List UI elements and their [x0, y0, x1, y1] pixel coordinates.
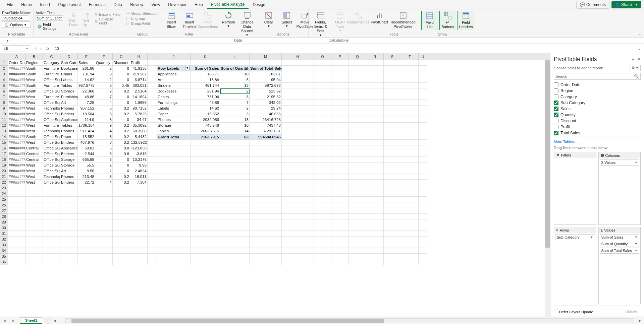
cell[interactable]: 0.2: [113, 123, 130, 128]
cell[interactable]: [60, 191, 78, 197]
cell[interactable]: [43, 202, 60, 208]
field-item[interactable]: Discount: [554, 118, 641, 124]
row-header[interactable]: 1: [0, 60, 8, 66]
cell[interactable]: West: [25, 111, 43, 117]
cell[interactable]: [25, 197, 43, 202]
cell[interactable]: [331, 117, 349, 123]
cell[interactable]: ########: [8, 151, 25, 157]
cell[interactable]: [148, 71, 157, 77]
cell[interactable]: Furniture: [43, 71, 60, 77]
chevron-down-icon[interactable]: ▼: [25, 47, 29, 50]
hscroll-left[interactable]: ◄: [51, 319, 59, 323]
cell[interactable]: 85.3092: [130, 123, 148, 128]
cell[interactable]: 6: [95, 106, 113, 111]
cell[interactable]: [60, 237, 78, 242]
cell[interactable]: 957.5775: [78, 83, 95, 88]
field-checkbox[interactable]: [554, 125, 558, 129]
cell[interactable]: [331, 191, 349, 197]
cell[interactable]: [314, 180, 331, 185]
cell[interactable]: [95, 202, 113, 208]
cell[interactable]: [148, 145, 157, 151]
cell[interactable]: [401, 197, 419, 202]
column-header[interactable]: U: [419, 53, 427, 60]
cell[interactable]: Tables: [60, 123, 78, 128]
cell[interactable]: [331, 60, 349, 66]
cell[interactable]: 665.88: [78, 157, 95, 163]
row-header[interactable]: 17: [0, 151, 8, 157]
cell[interactable]: [314, 151, 331, 157]
cell[interactable]: [282, 66, 314, 71]
cell[interactable]: Office Sup: [43, 111, 60, 117]
cell[interactable]: [419, 254, 427, 259]
menu-tab-data[interactable]: Data: [110, 1, 126, 8]
cell[interactable]: [401, 60, 419, 66]
chevron-down-icon[interactable]: ▼: [590, 236, 593, 239]
cell[interactable]: [349, 151, 366, 157]
formula-accept-icon[interactable]: ✓: [40, 46, 43, 51]
cell[interactable]: [401, 202, 419, 208]
cell[interactable]: [419, 225, 427, 231]
cell[interactable]: [282, 191, 314, 197]
cell[interactable]: Office Sup: [43, 88, 60, 94]
cell[interactable]: West: [25, 94, 43, 100]
cell[interactable]: Central: [25, 145, 43, 151]
cell[interactable]: [314, 83, 331, 88]
field-item[interactable]: Order Date: [554, 82, 641, 88]
cell[interactable]: [419, 197, 427, 202]
cell[interactable]: [43, 231, 60, 237]
cell[interactable]: [157, 254, 191, 259]
cell[interactable]: [384, 83, 401, 88]
cell[interactable]: [113, 202, 130, 208]
cell[interactable]: [419, 77, 427, 83]
cell[interactable]: 68.81: [78, 145, 95, 151]
field-item[interactable]: Profit: [554, 124, 641, 130]
cell[interactable]: [113, 248, 130, 254]
cell[interactable]: [25, 202, 43, 208]
cell[interactable]: [349, 140, 366, 145]
cell[interactable]: 37292.661: [250, 128, 282, 134]
cell[interactable]: Phones: [60, 128, 78, 134]
cell[interactable]: [384, 180, 401, 185]
cell[interactable]: 219.582: [130, 71, 148, 77]
cell[interactable]: [419, 88, 427, 94]
cell[interactable]: [366, 71, 384, 77]
cell[interactable]: [282, 259, 314, 265]
cell[interactable]: 213.48: [78, 174, 95, 180]
cell[interactable]: West: [25, 123, 43, 128]
cell[interactable]: [314, 174, 331, 180]
cell[interactable]: [282, 237, 314, 242]
cell[interactable]: Office Sup: [43, 163, 60, 168]
row-header[interactable]: 16: [0, 145, 8, 151]
cell[interactable]: [282, 225, 314, 231]
fx-icon[interactable]: fx: [46, 46, 49, 51]
cell[interactable]: [419, 134, 427, 140]
cell[interactable]: [366, 123, 384, 128]
cell[interactable]: Binders: [60, 180, 78, 185]
cell[interactable]: [130, 202, 148, 208]
change-data-source-button[interactable]: Change Data Source▼: [238, 11, 256, 38]
cell[interactable]: ########: [8, 157, 25, 163]
cell[interactable]: [157, 219, 191, 225]
cell[interactable]: [314, 168, 331, 174]
cell[interactable]: [148, 94, 157, 100]
cell[interactable]: [60, 202, 78, 208]
cell[interactable]: [349, 128, 366, 134]
cell[interactable]: [419, 71, 427, 77]
cell[interactable]: West: [25, 174, 43, 180]
cell[interactable]: [8, 219, 25, 225]
cell[interactable]: [366, 225, 384, 231]
cell[interactable]: [157, 185, 191, 191]
cell[interactable]: 46.656: [250, 111, 282, 117]
cell[interactable]: [401, 248, 419, 254]
column-header[interactable]: J: [157, 53, 191, 60]
cell[interactable]: [148, 163, 157, 168]
cell[interactable]: [282, 94, 314, 100]
cell[interactable]: [130, 219, 148, 225]
cell[interactable]: [314, 219, 331, 225]
cell[interactable]: [366, 117, 384, 123]
cell[interactable]: 2663.7615: [191, 128, 220, 134]
cell[interactable]: Binders: [60, 151, 78, 157]
cell[interactable]: [282, 100, 314, 106]
cell[interactable]: Storage: [157, 123, 191, 128]
cell[interactable]: [78, 231, 95, 237]
